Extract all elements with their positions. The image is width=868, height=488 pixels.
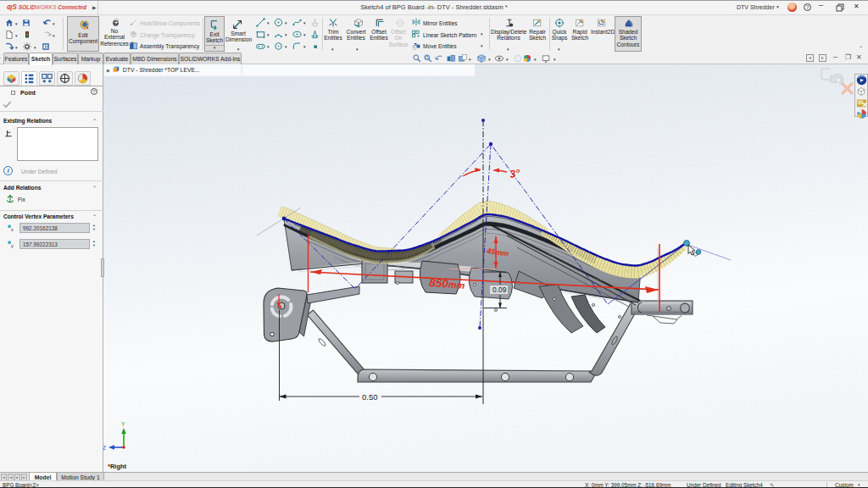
svg-text:y: y: [11, 243, 14, 248]
svg-text:x: x: [11, 227, 14, 232]
svg-text:0.50: 0.50: [362, 392, 378, 402]
svg-text:Y: Y: [121, 421, 125, 427]
svg-text:0.09: 0.09: [492, 286, 507, 294]
